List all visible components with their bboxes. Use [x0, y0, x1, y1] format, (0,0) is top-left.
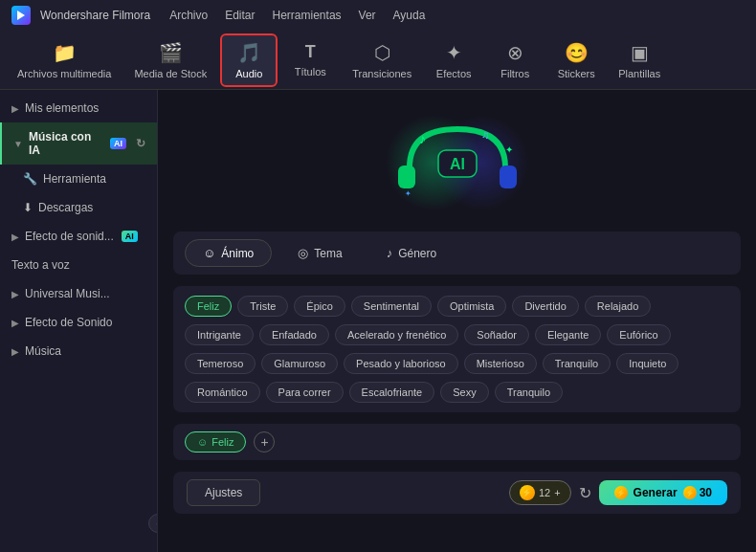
tag-feliz[interactable]: Feliz [185, 296, 232, 317]
sidebar-item-efecto-sonido2[interactable]: ▶ Efecto de Sonido [0, 308, 157, 337]
refresh-button[interactable]: ↻ [579, 484, 591, 502]
herramienta-icon: 🔧 [23, 172, 37, 186]
generate-button[interactable]: ⚡ Generar ⚡ 30 [599, 480, 727, 505]
content-area: ♪ ♫ AI ✦ ✦ ☺ Ánimo ◎ Tema ♪ Género [158, 90, 756, 552]
toolbar-stickers[interactable]: 😊 Stickers [547, 35, 605, 85]
tag-epico[interactable]: Épico [294, 296, 345, 317]
credit-count: 12 [539, 487, 550, 498]
tag-pesado[interactable]: Pesado y laborioso [344, 353, 458, 374]
svg-text:✦: ✦ [405, 189, 411, 198]
chevron-icon: ▶ [11, 103, 19, 114]
main-layout: ▶ Mis elementos ▼ Música con IA AI ↻ 🔧 H… [0, 90, 756, 552]
menu-editar[interactable]: Editar [225, 9, 255, 22]
tag-elegante[interactable]: Elegante [535, 324, 601, 345]
toolbar-titulos[interactable]: T Títulos [281, 36, 339, 83]
settings-button[interactable]: Ajustes [187, 479, 260, 506]
menu-ayuda[interactable]: Ayuda [393, 9, 426, 22]
svg-marker-0 [17, 11, 25, 20]
tag-tranquilo2[interactable]: Tranquilo [495, 382, 563, 403]
tab-tema[interactable]: ◎ Tema [279, 239, 360, 267]
tag-divertido[interactable]: Divertido [512, 296, 578, 317]
tag-sentimental[interactable]: Sentimental [351, 296, 432, 317]
tag-romantico[interactable]: Romántico [185, 382, 260, 403]
toolbar-archivos[interactable]: 📁 Archivos multimedia [8, 35, 121, 85]
sidebar-label-mis-elementos: Mis elementos [25, 101, 99, 115]
sidebar-label-herramienta: Herramienta [43, 172, 106, 186]
gen-credit-icon: ⚡ [614, 486, 628, 499]
toolbar-media[interactable]: 🎬 Media de Stock [124, 35, 216, 85]
tab-genero[interactable]: ♪ Género [368, 239, 456, 267]
sidebar-item-descargas[interactable]: ⬇ Descargas [0, 193, 157, 222]
add-tag-button[interactable]: + [254, 431, 275, 453]
archivos-icon: 📁 [53, 41, 77, 64]
refresh-icon-small[interactable]: ↻ [136, 137, 145, 150]
tag-euforico[interactable]: Eufórico [607, 324, 670, 345]
sidebar-label-descargas: Descargas [38, 201, 93, 214]
toolbar-transiciones[interactable]: ⬡ Transiciones [343, 35, 421, 85]
tag-glamuroso[interactable]: Glamuroso [261, 353, 338, 374]
tags-container: Feliz Triste Épico Sentimental Optimista… [173, 286, 741, 412]
chevron-icon-universal: ▶ [11, 289, 19, 299]
tag-intrigante[interactable]: Intrigante [185, 324, 254, 345]
toolbar-efectos[interactable]: ✦ Efectos [425, 35, 482, 85]
svg-text:AI: AI [450, 156, 465, 172]
plantillas-label: Plantillas [618, 68, 660, 79]
svg-rect-4 [500, 166, 517, 188]
tab-animo[interactable]: ☺ Ánimo [185, 239, 272, 267]
svg-text:✦: ✦ [505, 144, 513, 155]
tag-para-correr[interactable]: Para correr [266, 382, 344, 403]
tag-enfadado[interactable]: Enfadado [259, 324, 329, 345]
tag-triste[interactable]: Triste [237, 296, 288, 317]
tag-misterioso[interactable]: Misterioso [464, 353, 537, 374]
menu-ver[interactable]: Ver [359, 9, 376, 22]
sidebar-item-musica-ia[interactable]: ▼ Música con IA AI ↻ [0, 122, 157, 165]
sidebar-item-texto-voz[interactable]: Texto a voz [0, 251, 157, 279]
gen-amount: 30 [700, 486, 712, 499]
tag-acelerado[interactable]: Acelerado y frenético [335, 324, 458, 345]
selected-chip-feliz[interactable]: ☺ Feliz [185, 431, 246, 453]
filtros-icon: ⊗ [507, 41, 523, 64]
audio-icon: 🎵 [237, 41, 261, 64]
sidebar-item-efecto-sonido[interactable]: ▶ Efecto de sonid... AI [0, 222, 157, 251]
ai-badge: AI [110, 138, 126, 149]
tag-sonador[interactable]: Soñador [464, 324, 529, 345]
tema-icon: ◎ [298, 246, 308, 260]
transiciones-icon: ⬡ [374, 41, 390, 64]
tags-row-3: Temeroso Glamuroso Pesado y laborioso Mi… [185, 353, 729, 374]
tag-sexy[interactable]: Sexy [440, 382, 488, 403]
tag-temeroso[interactable]: Temeroso [185, 353, 256, 374]
title-bar: Wondershare Filmora Archivo Editar Herra… [0, 0, 756, 31]
sidebar-item-musica[interactable]: ▶ Música [0, 337, 157, 365]
tag-optimista[interactable]: Optimista [437, 296, 506, 317]
chevron-icon-efecto2: ▶ [11, 318, 19, 328]
ai-badge-efecto: AI [122, 231, 138, 242]
sidebar-label-musica: Música [25, 344, 61, 358]
tag-escalofriante[interactable]: Escalofriante [349, 382, 435, 403]
toolbar-plantillas[interactable]: ▣ Plantillas [609, 35, 670, 85]
menu-bar: Archivo Editar Herramientas Ver Ayuda [169, 9, 425, 22]
menu-herramientas[interactable]: Herramientas [273, 9, 342, 22]
sidebar-item-mis-elementos[interactable]: ▶ Mis elementos [0, 94, 157, 122]
sidebar-item-universal-musi[interactable]: ▶ Universal Musi... [0, 279, 157, 308]
sidebar-item-herramienta[interactable]: 🔧 Herramienta [0, 165, 157, 193]
efectos-label: Efectos [436, 68, 472, 79]
sidebar-collapse-button[interactable]: ‹ [148, 514, 158, 533]
credit-icon: ⚡ [520, 485, 535, 500]
generate-credit-amount: ⚡ 30 [683, 486, 712, 499]
tag-inquieto[interactable]: Inquieto [616, 353, 678, 374]
sidebar-label-musica-ia: Música con IA [29, 130, 102, 157]
archivos-label: Archivos multimedia [17, 68, 111, 79]
filtros-label: Filtros [500, 68, 529, 79]
sidebar-label-texto-voz: Texto a voz [11, 258, 70, 272]
bottom-right: ⚡ 12 + ↻ ⚡ Generar ⚡ 30 [509, 480, 727, 505]
chevron-icon-musica2: ▶ [11, 346, 19, 357]
toolbar-audio[interactable]: 🎵 Audio [220, 33, 278, 87]
titulos-icon: T [305, 42, 316, 62]
toolbar-filtros[interactable]: ⊗ Filtros [486, 35, 544, 85]
tab-row: ☺ Ánimo ◎ Tema ♪ Género [173, 232, 741, 275]
sidebar: ▶ Mis elementos ▼ Música con IA AI ↻ 🔧 H… [0, 90, 158, 552]
app-logo [11, 6, 31, 25]
menu-archivo[interactable]: Archivo [169, 9, 208, 22]
tag-tranquilo[interactable]: Tranquilo [543, 353, 611, 374]
tag-relajado[interactable]: Relajado [585, 296, 651, 317]
